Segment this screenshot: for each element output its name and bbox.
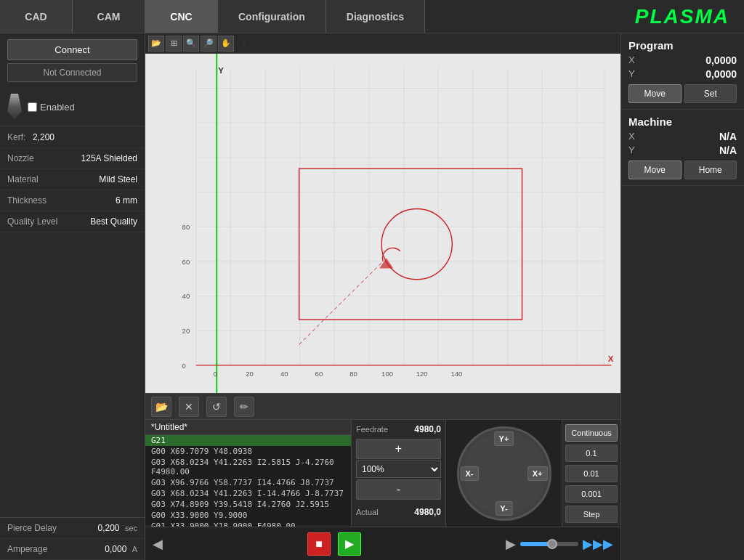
gcode-list[interactable]: G21G00 X69.7079 Y48.0938G03 X68.0234 Y41…	[145, 435, 351, 527]
gcode-line[interactable]: G21	[145, 435, 351, 446]
gcode-line[interactable]: G03 X96.9766 Y58.7737 I14.4766 J8.7737	[145, 477, 351, 488]
tab-configuration[interactable]: Configuration	[218, 0, 326, 33]
open-file-tool[interactable]: 📂	[148, 36, 164, 52]
machine-x-label: X	[628, 131, 635, 142]
nozzle-value: 125A Shielded	[81, 153, 137, 163]
quality-value: Best Quality	[90, 216, 137, 227]
gcode-panel: *Untitled* G21G00 X69.7079 Y48.0938G03 X…	[145, 420, 352, 527]
step-continuous-btn[interactable]: Continuous	[565, 424, 618, 442]
jog-y-plus-button[interactable]: Y+	[494, 431, 514, 446]
close-gcode-btn[interactable]: ✕	[179, 397, 199, 417]
feed-plus-button[interactable]: +	[356, 439, 441, 459]
stop-button[interactable]: ■	[307, 532, 331, 556]
forward-icon[interactable]: ▶	[506, 536, 516, 552]
torch-icon	[7, 94, 22, 120]
center-area: 📂 ⊞ 🔍 🔎 ✋ Y	[145, 33, 620, 560]
zoom-out-tool[interactable]: 🔎	[201, 36, 217, 52]
program-set-button[interactable]: Set	[684, 84, 737, 103]
svg-text:0: 0	[214, 370, 217, 378]
pierce-row: Pierce Delay 0,200 sec	[0, 518, 145, 539]
jog-x-minus-button[interactable]: X-	[461, 466, 479, 481]
actual-row: Actual 4980,0	[356, 507, 441, 520]
step-01-btn[interactable]: 0.1	[565, 445, 618, 462]
torch-section: Enabled	[0, 88, 145, 126]
edit-gcode-btn[interactable]: ✏	[234, 397, 254, 417]
svg-text:40: 40	[280, 370, 288, 378]
main-layout: Connect Not Connected Enabled Kerf: 2,20…	[0, 33, 744, 560]
kerf-row: Kerf: 2,200	[0, 126, 145, 148]
tab-cad[interactable]: CAD	[0, 0, 73, 33]
program-move-button[interactable]: Move	[628, 84, 682, 103]
connect-status: Not Connected	[7, 63, 137, 82]
actual-value: 4980,0	[414, 507, 441, 517]
bottom-content: *Untitled* G21G00 X69.7079 Y48.0938G03 X…	[145, 420, 620, 527]
jog-y-minus-button[interactable]: Y-	[495, 501, 512, 516]
svg-text:20: 20	[246, 370, 254, 378]
kerf-label: Kerf:	[7, 132, 25, 142]
machine-move-button[interactable]: Move	[628, 161, 682, 179]
play-button[interactable]: ▶	[338, 532, 361, 556]
program-y-value: 0,0000	[705, 68, 737, 80]
program-section: Program X 0,0000 Y 0,0000 Move Set	[621, 33, 744, 110]
tab-diagnostics[interactable]: Diagnostics	[326, 0, 425, 33]
jog-panel: Y+ Y- X- X+	[446, 420, 562, 527]
program-x-row: X 0,0000	[628, 54, 737, 66]
step-0001-btn[interactable]: 0.001	[565, 485, 618, 503]
feed-panel: Feedrate 4980,0 + 100% 90% 80% 110% 120%…	[352, 420, 446, 527]
open-gcode-btn[interactable]: 📂	[151, 397, 171, 417]
svg-text:100: 100	[381, 370, 393, 378]
svg-text:Y: Y	[218, 66, 224, 75]
fast-forward-icon[interactable]: ▶▶▶	[583, 536, 613, 552]
playback-slider[interactable]	[520, 542, 578, 546]
feedrate-value: 4980,0	[414, 424, 441, 434]
program-btn-row: Move Set	[628, 84, 737, 103]
machine-x-row: X N/A	[628, 131, 737, 142]
playback-thumb[interactable]	[547, 539, 557, 549]
tab-cnc[interactable]: CNC	[145, 0, 218, 33]
thickness-row: Thickness 6 mm	[0, 190, 145, 211]
gcode-line[interactable]: G03 X68.0234 Y41.2263 I-14.4766 J-8.7737	[145, 488, 351, 499]
thickness-label: Thickness	[7, 195, 46, 206]
machine-home-button[interactable]: Home	[684, 161, 737, 179]
connect-button[interactable]: Connect	[7, 39, 137, 60]
nozzle-label: Nozzle	[7, 153, 34, 163]
step-step-btn[interactable]: Step	[565, 506, 618, 523]
playback-fill	[520, 542, 549, 546]
gcode-line[interactable]: G03 X68.0234 Y41.2263 I2.5815 J-4.2760 F…	[145, 457, 351, 477]
pierce-label: Pierce Delay	[7, 523, 57, 533]
bottom-strip: 📂 ✕ ↺ ✏ *Untitled* G21G00 X69.7079 Y48.0…	[145, 393, 620, 560]
zoom-fit-tool[interactable]: ⊞	[166, 36, 182, 52]
pierce-value: 0,200 sec	[98, 523, 138, 533]
feed-minus-button[interactable]: -	[356, 479, 441, 500]
kerf-value: 2,200	[33, 132, 54, 142]
material-row: Material Mild Steel	[0, 169, 145, 190]
zoom-in-tool[interactable]: 🔍	[183, 36, 199, 52]
thickness-value: 6 mm	[116, 195, 137, 206]
play-bar-left: ◀	[153, 536, 163, 552]
quality-label: Quality Level	[7, 216, 57, 227]
left-panel: Connect Not Connected Enabled Kerf: 2,20…	[0, 33, 145, 560]
step-001-btn[interactable]: 0.01	[565, 465, 618, 482]
reload-gcode-btn[interactable]: ↺	[206, 397, 227, 417]
rewind-icon[interactable]: ◀	[153, 536, 163, 552]
amperage-value: 0,000 A	[105, 544, 137, 554]
top-nav: CAD CAM CNC Configuration Diagnostics PL…	[0, 0, 744, 33]
machine-section: Machine X N/A Y N/A Move Home	[621, 110, 744, 186]
torch-enabled-checkbox[interactable]	[28, 102, 37, 112]
gcode-line[interactable]: G00 X33.9000 Y9.9000	[145, 510, 351, 521]
gcode-title: *Untitled*	[145, 420, 351, 435]
gcode-line[interactable]: G03 X74.8909 Y39.5418 I4.2760 J2.5915	[145, 499, 351, 510]
gcode-line[interactable]: G00 X69.7079 Y48.0938	[145, 446, 351, 457]
tab-cam[interactable]: CAM	[73, 0, 145, 33]
jog-x-plus-button[interactable]: X+	[527, 466, 548, 481]
feed-pct-select[interactable]: 100% 90% 80% 110% 120%	[356, 460, 441, 478]
step-panel: Continuous 0.1 0.01 0.001 Step	[562, 420, 620, 527]
svg-text:X: X	[608, 354, 614, 363]
machine-btn-row: Move Home	[628, 161, 737, 179]
bottom-toolbar: 📂 ✕ ↺ ✏	[145, 394, 620, 420]
actual-label: Actual	[356, 508, 379, 516]
pan-tool[interactable]: ✋	[218, 36, 234, 52]
program-x-value: 0,0000	[705, 54, 737, 66]
gcode-line[interactable]: G01 X33.9000 Y18.9000 F4980.00	[145, 521, 351, 527]
svg-text:120: 120	[416, 370, 428, 378]
